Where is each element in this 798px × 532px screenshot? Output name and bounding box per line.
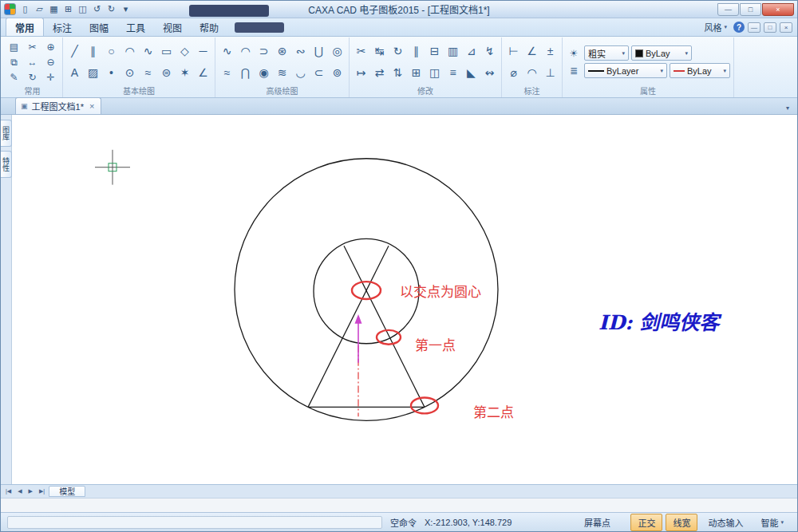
copy-icon[interactable]: ⧉ bbox=[6, 55, 22, 69]
star-icon[interactable]: ✶ bbox=[176, 62, 193, 83]
move-icon[interactable]: ↔ bbox=[24, 55, 41, 69]
rotate-icon[interactable]: ↻ bbox=[24, 70, 41, 85]
circled-star-icon[interactable]: ⊛ bbox=[274, 41, 290, 61]
tab-close-icon[interactable]: × bbox=[89, 101, 94, 111]
fillet-icon[interactable]: ◣ bbox=[463, 62, 480, 83]
doc-close-button[interactable]: × bbox=[780, 22, 792, 33]
polygon-icon[interactable]: ◇ bbox=[176, 41, 193, 61]
ring-icon[interactable]: ◉ bbox=[255, 62, 272, 83]
customize-qat-icon[interactable]: ▾ bbox=[119, 3, 132, 16]
angle-line-icon[interactable]: ∠ bbox=[195, 62, 211, 83]
pattern-icon[interactable]: ▥ bbox=[444, 41, 461, 61]
parallel-line-icon[interactable]: ∥ bbox=[85, 41, 101, 61]
explode-icon[interactable]: ⊟ bbox=[426, 41, 443, 61]
dynamic-input-toggle[interactable]: 动态输入 bbox=[701, 514, 750, 531]
point-mode-selector[interactable]: 屏幕点 bbox=[584, 516, 610, 529]
save-icon[interactable]: ▦ bbox=[47, 3, 61, 16]
first-sheet-button[interactable]: |◀ bbox=[3, 488, 14, 495]
linetype-dropdown[interactable]: ByLayer ▾ bbox=[584, 63, 667, 78]
arc-dimension-icon[interactable]: ◠ bbox=[523, 62, 540, 83]
ribbon-tab-help[interactable]: 帮助 bbox=[191, 18, 227, 36]
point-icon[interactable]: • bbox=[103, 62, 120, 83]
tolerance-dimension-icon[interactable]: ± bbox=[542, 41, 559, 61]
fit-curve-icon[interactable]: ≈ bbox=[219, 62, 235, 83]
ortho-toggle[interactable]: 正交 bbox=[630, 514, 662, 531]
drawing-canvas[interactable]: 以交点为圆心 第一点 第二点 ID: 剑鸣侠客 bbox=[12, 115, 797, 484]
ribbon-tab-home[interactable]: 常用 bbox=[6, 18, 44, 36]
arc-up-icon[interactable]: ◠ bbox=[237, 41, 254, 61]
next-sheet-button[interactable]: ▶ bbox=[26, 488, 35, 495]
segment-icon[interactable]: ─ bbox=[195, 41, 211, 61]
window-close-button[interactable]: × bbox=[762, 3, 794, 16]
ribbon-tab-view[interactable]: 视图 bbox=[154, 18, 191, 36]
pan-icon[interactable]: ✛ bbox=[42, 70, 59, 85]
match-properties-icon[interactable]: ≡ bbox=[444, 62, 461, 83]
translate-icon[interactable]: ⇄ bbox=[371, 62, 388, 83]
color-dropdown[interactable]: ByLay ▾ bbox=[631, 45, 692, 61]
bullseye-icon[interactable]: ◎ bbox=[329, 41, 346, 61]
ribbon-tab-tools[interactable]: 工具 bbox=[117, 18, 154, 36]
trim-icon[interactable]: ✂ bbox=[353, 41, 369, 61]
array-icon[interactable]: ⊞ bbox=[408, 62, 425, 83]
subset-curve-icon[interactable]: ⊂ bbox=[310, 62, 327, 83]
command-input-field[interactable] bbox=[7, 516, 382, 529]
window-maximize-button[interactable]: □ bbox=[740, 3, 761, 16]
smart-snap-toggle[interactable]: 智能 ▾ bbox=[753, 514, 791, 531]
rectangle-icon[interactable]: ▭ bbox=[158, 41, 175, 61]
prev-sheet-button[interactable]: ◀ bbox=[15, 488, 24, 495]
model-tab[interactable]: 模型 bbox=[49, 486, 85, 497]
open-file-icon[interactable]: ▱ bbox=[33, 3, 46, 16]
zoom-in-icon[interactable]: ⊕ bbox=[42, 40, 59, 54]
mirror-icon[interactable]: ◫ bbox=[426, 62, 443, 83]
properties-panel-tab[interactable]: 特性 bbox=[1, 151, 12, 178]
tab-overflow-icon[interactable]: ▾ bbox=[783, 104, 792, 114]
help-icon[interactable]: ? bbox=[733, 22, 745, 33]
command-line[interactable] bbox=[1, 498, 797, 512]
circle-icon[interactable]: ○ bbox=[103, 41, 120, 61]
arc-icon[interactable]: ◠ bbox=[121, 41, 138, 61]
library-panel-tab[interactable]: 图库 bbox=[1, 120, 12, 147]
style-button[interactable]: 风格 ▾ bbox=[701, 20, 730, 34]
doc-restore-button[interactable]: □ bbox=[764, 22, 776, 33]
spline-icon[interactable]: ∿ bbox=[140, 41, 156, 61]
donut-icon[interactable]: ⊚ bbox=[329, 62, 346, 83]
hatch-icon[interactable]: ▨ bbox=[85, 62, 101, 83]
paste-icon[interactable]: ▤ bbox=[6, 40, 22, 54]
window-minimize-button[interactable]: — bbox=[717, 3, 739, 16]
diameter-dimension-icon[interactable]: ⌀ bbox=[505, 62, 522, 83]
ribbon-tab-sheet[interactable]: 图幅 bbox=[81, 18, 117, 36]
scale-icon[interactable]: ↭ bbox=[481, 62, 498, 83]
linestyle-dropdown[interactable]: 粗实 ▾ bbox=[584, 45, 629, 61]
format-brush-icon[interactable]: ✎ bbox=[6, 70, 22, 85]
union-curve-icon[interactable]: ⋃ bbox=[310, 41, 327, 61]
document-tab[interactable]: ▣ 工程图文档1* × bbox=[15, 97, 101, 114]
linewidth-toggle[interactable]: 线宽 bbox=[666, 514, 697, 531]
triple-wave-icon[interactable]: ≋ bbox=[274, 62, 290, 83]
undo-icon[interactable]: ↺ bbox=[90, 3, 104, 16]
last-sheet-button[interactable]: ▶| bbox=[37, 488, 47, 495]
offset-icon[interactable]: ∥ bbox=[408, 41, 425, 61]
print-preview-icon[interactable]: ◫ bbox=[76, 3, 89, 16]
stretch-icon[interactable]: ↹ bbox=[371, 41, 388, 61]
linewidth-dropdown[interactable]: ByLay ▾ bbox=[670, 63, 730, 78]
datum-dimension-icon[interactable]: ⊥ bbox=[542, 62, 559, 83]
new-file-icon[interactable]: ▯ bbox=[18, 3, 32, 16]
zoom-out-icon[interactable]: ⊖ bbox=[42, 55, 59, 69]
rotate-entity-icon[interactable]: ↻ bbox=[389, 41, 406, 61]
text-icon[interactable]: A bbox=[66, 62, 83, 83]
spline-curve-icon[interactable]: ∿ bbox=[219, 41, 235, 61]
extend-icon[interactable]: ↦ bbox=[353, 62, 369, 83]
center-line-icon[interactable]: ⊙ bbox=[121, 62, 138, 83]
redo-icon[interactable]: ↻ bbox=[105, 3, 118, 16]
ribbon-tab-dimension[interactable]: 标注 bbox=[44, 18, 81, 36]
arc-down-icon[interactable]: ◡ bbox=[292, 62, 309, 83]
hook-curve-icon[interactable]: ⊃ bbox=[255, 41, 272, 61]
layer-list-icon[interactable]: ≣ bbox=[566, 64, 582, 78]
doc-minimize-button[interactable]: — bbox=[748, 22, 760, 33]
linear-dimension-icon[interactable]: ⊢ bbox=[505, 41, 522, 61]
print-icon[interactable]: ⊞ bbox=[61, 3, 75, 16]
angle-dimension-icon[interactable]: ∠ bbox=[523, 41, 540, 61]
layer-settings-icon[interactable]: ☀ bbox=[566, 46, 582, 61]
inverse-curve-icon[interactable]: ∾ bbox=[292, 41, 309, 61]
intersection-icon[interactable]: ⋂ bbox=[237, 62, 254, 83]
